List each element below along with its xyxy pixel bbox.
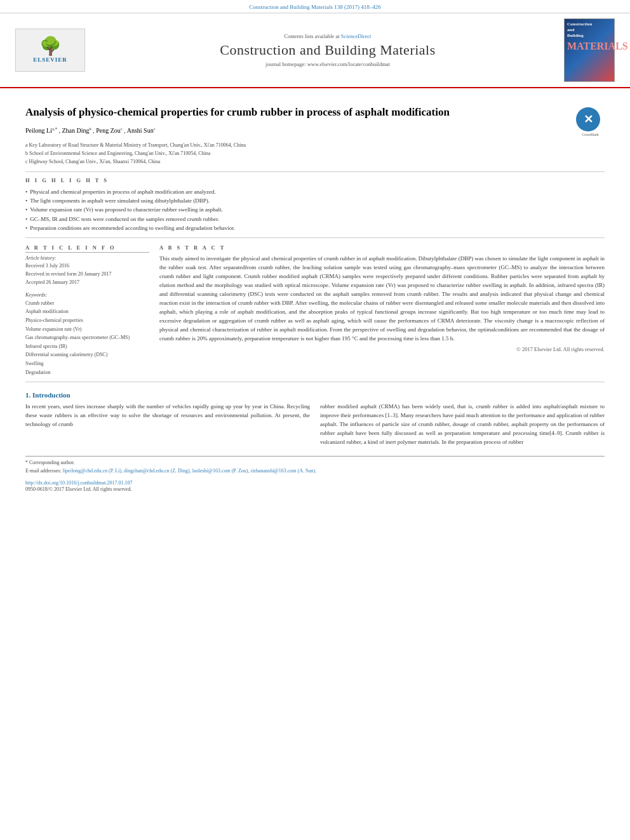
doi-section: http://dx.doi.org/10.1016/j.conbuildmat.…	[25, 479, 605, 486]
highlights-section: H I G H L I G H T S • Physical and chemi…	[25, 177, 605, 233]
elsevier-logo: 🌳 ELSEVIER	[9, 29, 91, 72]
intro-section: 1. Introduction In recent years, used ti…	[25, 391, 605, 447]
article-title-text: Analysis of physico-chemical properties …	[25, 105, 570, 137]
accepted-date: Accepted 26 January 2017	[25, 279, 149, 287]
intro-body: In recent years, used tires increase sha…	[25, 403, 605, 447]
author-peng-zou: Peng Zou	[96, 127, 121, 134]
journal-header: 🌳 ELSEVIER Contents lists available at S…	[0, 13, 630, 88]
highlight-text-4: GC–MS, IR and DSC tests were conducted o…	[30, 215, 219, 223]
cover-materials-word: MATERIALS	[567, 41, 612, 51]
author-zhan-ding: Zhan Ding	[62, 127, 89, 134]
journal-cover-image: Construction and Building MATERIALS	[564, 18, 615, 82]
divider-1	[25, 171, 605, 172]
intro-heading: 1. Introduction	[25, 391, 605, 399]
affil-c-1: c	[121, 126, 123, 131]
highlight-text-2: The light components in asphalt were sim…	[30, 196, 210, 205]
elsevier-logo-section: 🌳 ELSEVIER	[9, 29, 91, 72]
footnote-section: * Corresponding author. E-mail addresses…	[25, 456, 605, 494]
corresponding-author-note: * Corresponding author.	[25, 459, 605, 467]
bullet-2: •	[25, 196, 27, 205]
keyword-4: Volume expansion rate (Vr)	[25, 325, 149, 334]
intro-col1: In recent years, used tires increase sha…	[25, 403, 310, 447]
received-revised-date: Received in revised form 20 January 2017	[25, 270, 149, 279]
affil-c-text: c Highway School, Chang'an Univ., Xi'an,…	[25, 158, 160, 166]
journal-title-section: Contents lists available at ScienceDirec…	[91, 33, 564, 67]
abstract-column: A B S T R A C T This study aimed to inve…	[159, 244, 605, 377]
keywords-section: Keywords: Crumb rubber Asphalt modificat…	[25, 292, 149, 377]
abstract-text: This study aimed to investigate the phys…	[159, 255, 605, 343]
bullet-4: •	[25, 215, 27, 223]
affil-a-line: a Key Laboratory of Road Structure & Mat…	[25, 142, 605, 150]
keyword-6: Infrared spectra (IR)	[25, 342, 149, 351]
history-title: Article history:	[25, 255, 149, 261]
article-title: Analysis of physico-chemical properties …	[25, 105, 570, 120]
cover-title: Construction and Building	[567, 22, 612, 39]
keyword-9: Degradation	[25, 368, 149, 377]
highlight-text-3: Volume expansion rate (Vr) was proposed …	[30, 205, 223, 214]
abstract-heading: A B S T R A C T	[159, 244, 605, 251]
author-peilong-li: Peilong Li	[25, 127, 52, 134]
highlight-item-1: • Physical and chemical properties in pr…	[25, 187, 605, 196]
affil-b-line: b School of Environmental Science and En…	[25, 150, 605, 158]
email-addresses[interactable]: lipeilong@chd.edu.cn (P. Li), dingzhan@c…	[63, 468, 316, 474]
affil-c-line: c Highway School, Chang'an Univ., Xi'an,…	[25, 158, 605, 166]
keywords-title: Keywords:	[25, 292, 149, 298]
crossmark-section[interactable]: ✕ CrossMark	[576, 107, 605, 137]
crossmark-icon[interactable]: ✕	[576, 107, 600, 131]
highlight-item-3: • Volume expansion rate (Vr) was propose…	[25, 205, 605, 214]
article-history: Article history: Received 3 July 2016 Re…	[25, 255, 149, 286]
highlight-text-1: Physical and chemical properties in proc…	[30, 187, 216, 196]
bullet-1: •	[25, 187, 27, 196]
intro-col2: rubber modified asphalt (CRMA) has been …	[320, 403, 605, 447]
main-content: Analysis of physico-chemical properties …	[0, 88, 630, 500]
journal-cover-section: Construction and Building MATERIALS	[564, 18, 621, 82]
keyword-7: Differential scanning calorimetry (DSC)	[25, 350, 149, 359]
keyword-2: Asphalt modification	[25, 307, 149, 316]
copyright-text: © 2017 Elsevier Ltd. All rights reserved…	[159, 346, 605, 352]
contents-available-text: Contents lists available at	[285, 33, 341, 39]
keyword-8: Swelling	[25, 359, 149, 368]
highlights-heading: H I G H L I G H T S	[25, 177, 605, 183]
journal-homepage: journal homepage: www.elsevier.com/locat…	[98, 61, 558, 67]
article-info-heading: A R T I C L E I N F O	[25, 244, 149, 253]
affil-c-2: c	[154, 126, 156, 131]
journal-citation-text: Construction and Building Materials 138 …	[249, 4, 380, 10]
article-info-column: A R T I C L E I N F O Article history: R…	[25, 244, 149, 377]
elsevier-logo-image: 🌳 ELSEVIER	[15, 29, 85, 72]
received-date: Received 3 July 2016	[25, 262, 149, 270]
crossmark-label: CrossMark	[576, 133, 605, 137]
bullet-3: •	[25, 205, 27, 214]
affiliations-section: a Key Laboratory of Road Structure & Mat…	[25, 142, 605, 166]
article-info-abstract: A R T I C L E I N F O Article history: R…	[25, 244, 605, 377]
author-anshi-sun: Anshi Sun	[127, 127, 154, 134]
affil-a-text: a Key Laboratory of Road Structure & Mat…	[25, 142, 246, 150]
affil-b-text: b School of Environmental Science and En…	[25, 150, 210, 158]
highlight-text-5: Preparation conditions are recommended a…	[30, 223, 235, 232]
highlight-item-4: • GC–MS, IR and DSC tests were conducted…	[25, 215, 605, 223]
affil-b: b	[90, 126, 91, 131]
email-line: E-mail addresses: lipeilong@chd.edu.cn (…	[25, 467, 605, 476]
highlight-item-2: • The light components in asphalt were s…	[25, 196, 605, 205]
keyword-5: Gas chromatography–mass spectrometer (GC…	[25, 333, 149, 342]
doi-link[interactable]: http://dx.doi.org/10.1016/j.conbuildmat.…	[25, 480, 133, 486]
article-title-section: Analysis of physico-chemical properties …	[25, 105, 605, 137]
authors-line: Peilong Lia,* , Zhan Dingb , Peng Zouc ,…	[25, 126, 570, 134]
journal-citation-bar: Construction and Building Materials 138 …	[0, 0, 630, 13]
elsevier-tree-icon: 🌳	[39, 37, 62, 55]
keyword-3: Physico-chemical properties	[25, 316, 149, 325]
journal-title: Construction and Building Materials	[98, 42, 558, 58]
issn-line: 0950-0618/© 2017 Elsevier Ltd. All right…	[25, 486, 605, 494]
sciencedirect-line: Contents lists available at ScienceDirec…	[98, 33, 558, 39]
corresponding-star: *	[55, 126, 57, 131]
divider-2	[25, 237, 605, 238]
divider-3	[25, 382, 605, 382]
sciencedirect-link[interactable]: ScienceDirect	[341, 33, 372, 39]
highlight-item-5: • Preparation conditions are recommended…	[25, 223, 605, 232]
elsevier-name-text: ELSEVIER	[33, 57, 67, 63]
bullet-5: •	[25, 223, 27, 232]
keyword-1: Crumb rubber	[25, 299, 149, 308]
email-label: E-mail addresses:	[25, 468, 62, 474]
